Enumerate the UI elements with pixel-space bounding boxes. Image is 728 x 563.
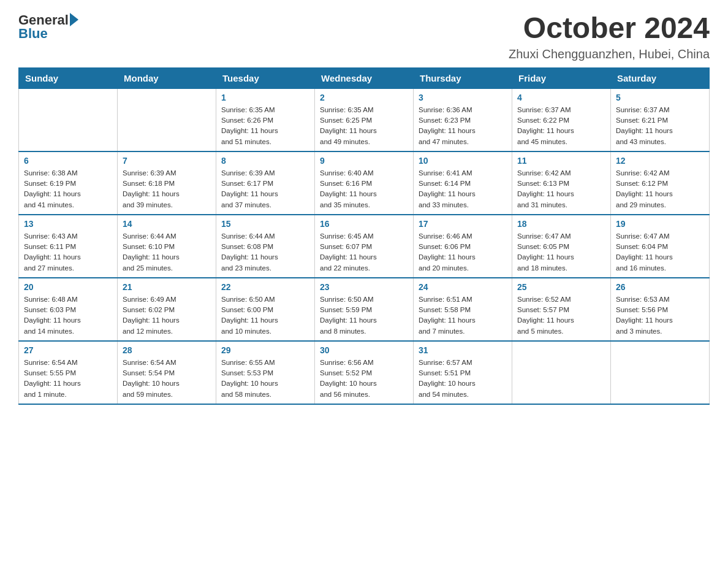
day-number-18: 18	[517, 219, 605, 229]
day-info-18: Sunrise: 6:47 AM Sunset: 6:05 PM Dayligh…	[517, 231, 605, 274]
day-info-31: Sunrise: 6:57 AM Sunset: 5:51 PM Dayligh…	[419, 358, 507, 400]
day-cell-13: 13Sunrise: 6:43 AM Sunset: 6:11 PM Dayli…	[19, 215, 118, 278]
day-info-9: Sunrise: 6:40 AM Sunset: 6:16 PM Dayligh…	[320, 168, 408, 210]
day-cell-26: 26Sunrise: 6:53 AM Sunset: 5:56 PM Dayli…	[611, 278, 710, 341]
day-number-2: 2	[320, 93, 408, 102]
day-info-22: Sunrise: 6:50 AM Sunset: 6:00 PM Dayligh…	[221, 294, 309, 337]
day-info-10: Sunrise: 6:41 AM Sunset: 6:14 PM Dayligh…	[419, 168, 507, 210]
day-cell-3: 3Sunrise: 6:36 AM Sunset: 6:23 PM Daylig…	[414, 88, 512, 151]
week-row-1: 1Sunrise: 6:35 AM Sunset: 6:26 PM Daylig…	[19, 88, 710, 151]
day-number-10: 10	[419, 156, 507, 166]
day-number-14: 14	[123, 219, 211, 229]
day-cell-17: 17Sunrise: 6:46 AM Sunset: 6:06 PM Dayli…	[414, 215, 512, 278]
day-cell-31: 31Sunrise: 6:57 AM Sunset: 5:51 PM Dayli…	[414, 341, 512, 404]
header-monday: Monday	[118, 67, 216, 88]
day-cell-27: 27Sunrise: 6:54 AM Sunset: 5:55 PM Dayli…	[19, 341, 118, 404]
day-info-16: Sunrise: 6:45 AM Sunset: 6:07 PM Dayligh…	[320, 231, 408, 274]
header-wednesday: Wednesday	[315, 67, 414, 88]
day-cell-16: 16Sunrise: 6:45 AM Sunset: 6:07 PM Dayli…	[315, 215, 414, 278]
day-number-9: 9	[320, 156, 408, 166]
day-cell-19: 19Sunrise: 6:47 AM Sunset: 6:04 PM Dayli…	[611, 215, 710, 278]
logo-chevron-icon	[70, 13, 78, 26]
day-info-30: Sunrise: 6:56 AM Sunset: 5:52 PM Dayligh…	[320, 358, 408, 400]
day-info-28: Sunrise: 6:54 AM Sunset: 5:54 PM Dayligh…	[123, 358, 211, 400]
header-tuesday: Tuesday	[216, 67, 315, 88]
day-info-24: Sunrise: 6:51 AM Sunset: 5:58 PM Dayligh…	[419, 294, 507, 337]
day-cell-30: 30Sunrise: 6:56 AM Sunset: 5:52 PM Dayli…	[315, 341, 414, 404]
day-number-11: 11	[517, 156, 605, 166]
day-number-21: 21	[123, 282, 211, 292]
day-number-7: 7	[123, 156, 211, 166]
day-cell-20: 20Sunrise: 6:48 AM Sunset: 6:03 PM Dayli…	[19, 278, 118, 341]
header-thursday: Thursday	[414, 67, 512, 88]
day-info-5: Sunrise: 6:37 AM Sunset: 6:21 PM Dayligh…	[616, 105, 704, 147]
day-cell-15: 15Sunrise: 6:44 AM Sunset: 6:08 PM Dayli…	[216, 215, 315, 278]
day-info-17: Sunrise: 6:46 AM Sunset: 6:06 PM Dayligh…	[419, 231, 507, 274]
day-number-23: 23	[320, 282, 408, 292]
day-cell-23: 23Sunrise: 6:50 AM Sunset: 5:59 PM Dayli…	[315, 278, 414, 341]
day-number-27: 27	[24, 345, 112, 355]
page-header: General Blue October 2024 Zhuxi Chenggua…	[18, 12, 710, 61]
empty-cell	[19, 88, 118, 151]
day-info-29: Sunrise: 6:55 AM Sunset: 5:53 PM Dayligh…	[221, 358, 309, 400]
day-number-22: 22	[221, 282, 309, 292]
day-info-23: Sunrise: 6:50 AM Sunset: 5:59 PM Dayligh…	[320, 294, 408, 337]
day-info-15: Sunrise: 6:44 AM Sunset: 6:08 PM Dayligh…	[221, 231, 309, 274]
day-cell-7: 7Sunrise: 6:39 AM Sunset: 6:18 PM Daylig…	[118, 151, 216, 215]
day-cell-5: 5Sunrise: 6:37 AM Sunset: 6:21 PM Daylig…	[611, 88, 710, 151]
day-cell-2: 2Sunrise: 6:35 AM Sunset: 6:25 PM Daylig…	[315, 88, 414, 151]
month-title: October 2024	[509, 12, 710, 45]
day-info-1: Sunrise: 6:35 AM Sunset: 6:26 PM Dayligh…	[221, 105, 309, 147]
day-info-7: Sunrise: 6:39 AM Sunset: 6:18 PM Dayligh…	[123, 168, 211, 210]
day-number-29: 29	[221, 345, 309, 355]
day-cell-9: 9Sunrise: 6:40 AM Sunset: 6:16 PM Daylig…	[315, 151, 414, 215]
day-cell-11: 11Sunrise: 6:42 AM Sunset: 6:13 PM Dayli…	[512, 151, 611, 215]
day-number-20: 20	[24, 282, 112, 292]
day-number-4: 4	[517, 93, 605, 102]
day-cell-22: 22Sunrise: 6:50 AM Sunset: 6:00 PM Dayli…	[216, 278, 315, 341]
week-row-3: 13Sunrise: 6:43 AM Sunset: 6:11 PM Dayli…	[19, 215, 710, 278]
day-number-24: 24	[419, 282, 507, 292]
day-number-25: 25	[517, 282, 605, 292]
week-row-2: 6Sunrise: 6:38 AM Sunset: 6:19 PM Daylig…	[19, 151, 710, 215]
header-sunday: Sunday	[19, 67, 118, 88]
logo-blue-text: Blue	[18, 26, 48, 42]
day-info-8: Sunrise: 6:39 AM Sunset: 6:17 PM Dayligh…	[221, 168, 309, 210]
day-cell-8: 8Sunrise: 6:39 AM Sunset: 6:17 PM Daylig…	[216, 151, 315, 215]
day-number-15: 15	[221, 219, 309, 229]
day-number-19: 19	[616, 219, 704, 229]
day-info-26: Sunrise: 6:53 AM Sunset: 5:56 PM Dayligh…	[616, 294, 704, 337]
header-saturday: Saturday	[611, 67, 710, 88]
day-cell-18: 18Sunrise: 6:47 AM Sunset: 6:05 PM Dayli…	[512, 215, 611, 278]
day-cell-10: 10Sunrise: 6:41 AM Sunset: 6:14 PM Dayli…	[414, 151, 512, 215]
day-number-13: 13	[24, 219, 112, 229]
calendar-header-row: SundayMondayTuesdayWednesdayThursdayFrid…	[19, 67, 710, 88]
empty-cell	[118, 88, 216, 151]
day-info-19: Sunrise: 6:47 AM Sunset: 6:04 PM Dayligh…	[616, 231, 704, 274]
day-number-17: 17	[419, 219, 507, 229]
location-subtitle: Zhuxi Chengguanzhen, Hubei, China	[509, 47, 710, 61]
day-number-8: 8	[221, 156, 309, 166]
day-info-14: Sunrise: 6:44 AM Sunset: 6:10 PM Dayligh…	[123, 231, 211, 274]
logo: General Blue	[18, 12, 78, 42]
day-info-21: Sunrise: 6:49 AM Sunset: 6:02 PM Dayligh…	[123, 294, 211, 337]
empty-cell	[512, 341, 611, 404]
day-info-25: Sunrise: 6:52 AM Sunset: 5:57 PM Dayligh…	[517, 294, 605, 337]
day-number-31: 31	[419, 345, 507, 355]
day-info-13: Sunrise: 6:43 AM Sunset: 6:11 PM Dayligh…	[24, 231, 112, 274]
day-info-2: Sunrise: 6:35 AM Sunset: 6:25 PM Dayligh…	[320, 105, 408, 147]
day-number-28: 28	[123, 345, 211, 355]
day-cell-4: 4Sunrise: 6:37 AM Sunset: 6:22 PM Daylig…	[512, 88, 611, 151]
week-row-4: 20Sunrise: 6:48 AM Sunset: 6:03 PM Dayli…	[19, 278, 710, 341]
day-cell-24: 24Sunrise: 6:51 AM Sunset: 5:58 PM Dayli…	[414, 278, 512, 341]
day-info-20: Sunrise: 6:48 AM Sunset: 6:03 PM Dayligh…	[24, 294, 112, 337]
day-info-4: Sunrise: 6:37 AM Sunset: 6:22 PM Dayligh…	[517, 105, 605, 147]
empty-cell	[611, 341, 710, 404]
day-info-27: Sunrise: 6:54 AM Sunset: 5:55 PM Dayligh…	[24, 358, 112, 400]
day-number-26: 26	[616, 282, 704, 292]
day-cell-21: 21Sunrise: 6:49 AM Sunset: 6:02 PM Dayli…	[118, 278, 216, 341]
day-info-3: Sunrise: 6:36 AM Sunset: 6:23 PM Dayligh…	[419, 105, 507, 147]
day-cell-1: 1Sunrise: 6:35 AM Sunset: 6:26 PM Daylig…	[216, 88, 315, 151]
day-info-11: Sunrise: 6:42 AM Sunset: 6:13 PM Dayligh…	[517, 168, 605, 210]
day-cell-12: 12Sunrise: 6:42 AM Sunset: 6:12 PM Dayli…	[611, 151, 710, 215]
